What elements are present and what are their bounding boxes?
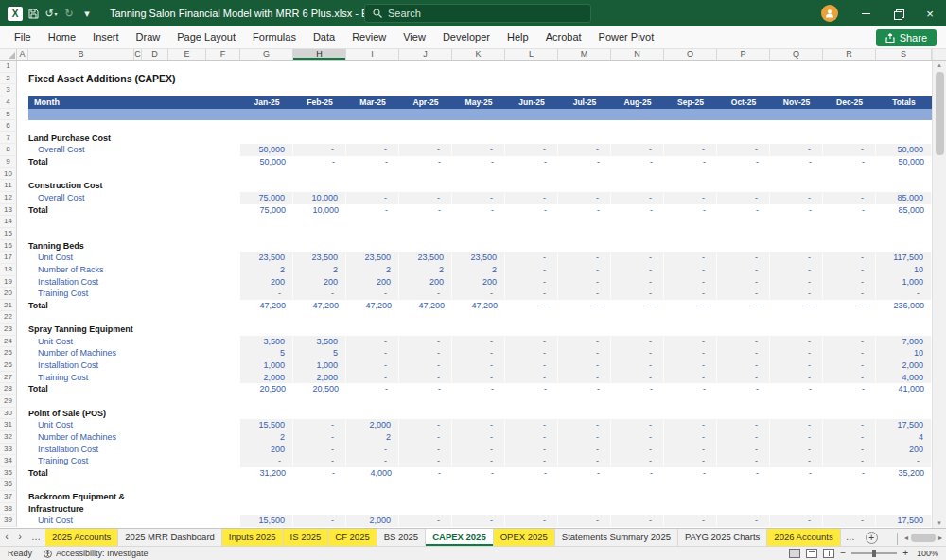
cell-R36[interactable]: [823, 479, 876, 491]
cell-Q37[interactable]: [770, 491, 823, 503]
cell-H34[interactable]: -: [293, 455, 346, 467]
cell-M33[interactable]: -: [558, 444, 611, 456]
row-header-18[interactable]: 18: [0, 264, 17, 276]
cell-G22[interactable]: [240, 311, 293, 324]
ribbon-tab-draw[interactable]: Draw: [128, 26, 169, 48]
cell-N24[interactable]: -: [611, 336, 664, 348]
cell-N37[interactable]: [611, 491, 664, 503]
cell-J14[interactable]: [399, 216, 452, 228]
cell-I12[interactable]: -: [346, 192, 399, 204]
cell-M39[interactable]: -: [558, 515, 611, 527]
cell-S13[interactable]: 85,000: [876, 204, 932, 217]
row-header-28[interactable]: 28: [0, 383, 17, 395]
cell-P19[interactable]: -: [717, 276, 770, 289]
cell-B32[interactable]: Number of Machines: [17, 431, 240, 444]
cell-S2[interactable]: [876, 73, 932, 85]
excel-app-icon[interactable]: X: [8, 7, 23, 21]
cell-Q14[interactable]: [770, 216, 823, 228]
cell-P12[interactable]: -: [717, 192, 770, 204]
cell-J33[interactable]: -: [399, 444, 452, 456]
row-header-6[interactable]: 6: [0, 120, 17, 132]
cell-P35[interactable]: -: [717, 467, 770, 480]
ribbon-tab-page-layout[interactable]: Page Layout: [168, 26, 244, 48]
cell-L28[interactable]: -: [505, 383, 558, 395]
cell-O17[interactable]: -: [664, 252, 717, 264]
sheet-tab-capex-2025[interactable]: CAPEX 2025: [426, 529, 494, 546]
cell-B38[interactable]: Infrastructure: [17, 503, 240, 516]
cell-R6[interactable]: [823, 120, 876, 132]
sheet-nav-prev-icon[interactable]: ‹: [0, 529, 13, 546]
cell-S34[interactable]: -: [876, 455, 932, 467]
cell-L12[interactable]: -: [505, 192, 558, 204]
cell-L33[interactable]: -: [505, 444, 558, 456]
cell-G19[interactable]: 200: [240, 276, 293, 289]
cell-P27[interactable]: -: [717, 372, 770, 384]
cell-B23[interactable]: Spray Tanning Equipment: [17, 324, 240, 336]
cell-G20[interactable]: -: [240, 288, 293, 300]
cell-S28[interactable]: 41,000: [876, 383, 932, 395]
cell-I1[interactable]: [346, 61, 399, 73]
cell-R28[interactable]: -: [823, 383, 876, 395]
cell-K38[interactable]: [452, 503, 505, 516]
cell-L2[interactable]: [505, 73, 558, 85]
cell-I11[interactable]: [346, 180, 399, 192]
cell-S18[interactable]: 10: [876, 264, 932, 276]
cell-O22[interactable]: [664, 311, 717, 324]
cell-M23[interactable]: [558, 324, 611, 336]
cell-I23[interactable]: [346, 324, 399, 336]
cell-P22[interactable]: [717, 311, 770, 324]
cell-O38[interactable]: [664, 503, 717, 516]
cell-P30[interactable]: [717, 408, 770, 420]
cell-G33[interactable]: 200: [240, 444, 293, 456]
sheet-nav-next-icon[interactable]: ›: [13, 529, 26, 546]
cell-B7[interactable]: Land Purchase Cost: [17, 132, 240, 145]
cell-M6[interactable]: [558, 120, 611, 132]
row-header-36[interactable]: 36: [0, 479, 17, 491]
cell-M10[interactable]: [558, 168, 611, 181]
cell-K1[interactable]: [452, 61, 505, 73]
cell-I19[interactable]: 200: [346, 276, 399, 289]
cell-K23[interactable]: [452, 324, 505, 336]
cell-L16[interactable]: [505, 240, 558, 253]
cell-P17[interactable]: -: [717, 252, 770, 264]
cell-G3[interactable]: [240, 84, 293, 96]
cell-P25[interactable]: -: [717, 347, 770, 359]
cell-H36[interactable]: [293, 479, 346, 491]
cell-Q22[interactable]: [770, 311, 823, 324]
cell-I34[interactable]: -: [346, 455, 399, 467]
cell-B20[interactable]: Training Cost: [17, 288, 240, 300]
cell-N23[interactable]: [611, 324, 664, 336]
cell-I24[interactable]: -: [346, 336, 399, 348]
cell-B5[interactable]: [28, 109, 240, 121]
cell-L6[interactable]: [505, 120, 558, 132]
cell-R10[interactable]: [823, 168, 876, 181]
cell-J11[interactable]: [399, 180, 452, 192]
cell-M36[interactable]: [558, 479, 611, 491]
cell-R22[interactable]: [823, 311, 876, 324]
column-header-E[interactable]: E: [168, 49, 206, 60]
cell-K34[interactable]: -: [452, 455, 505, 467]
cell-P5[interactable]: [717, 109, 770, 121]
ribbon-tab-developer[interactable]: Developer: [434, 26, 499, 48]
cell-I38[interactable]: [346, 503, 399, 516]
sheet-tab-is-2025[interactable]: IS 2025: [284, 529, 329, 546]
cell-P9[interactable]: -: [717, 156, 770, 168]
cell-S39[interactable]: 17,500: [876, 515, 932, 527]
cell-J20[interactable]: -: [399, 288, 452, 300]
cell-R13[interactable]: -: [823, 204, 876, 217]
cell-L39[interactable]: -: [505, 515, 558, 527]
cell-Q23[interactable]: [770, 324, 823, 336]
cell-R29[interactable]: [823, 395, 876, 408]
cell-I27[interactable]: -: [346, 372, 399, 384]
cell-S10[interactable]: [876, 168, 932, 181]
cell-H9[interactable]: -: [293, 156, 346, 168]
cell-P16[interactable]: [717, 240, 770, 253]
cell-Q36[interactable]: [770, 479, 823, 491]
cell-I21[interactable]: 47,200: [346, 300, 399, 312]
cell-O34[interactable]: -: [664, 455, 717, 467]
cell-M29[interactable]: [558, 395, 611, 408]
cell-S6[interactable]: [876, 120, 932, 132]
cell-O8[interactable]: -: [664, 144, 717, 156]
row-header-13[interactable]: 13: [0, 204, 17, 217]
cell-R39[interactable]: -: [823, 515, 876, 527]
